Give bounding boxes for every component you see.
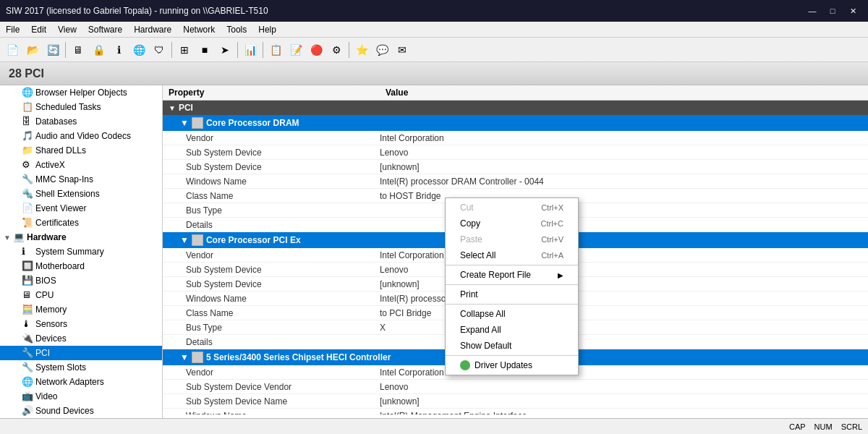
pci-icon: 🔧 bbox=[22, 347, 33, 359]
tb-doc2[interactable]: 📝 bbox=[286, 41, 305, 59]
cpu-icon: 🖥 bbox=[22, 289, 33, 301]
ctx-driver-updates[interactable]: Driver Updates bbox=[446, 357, 578, 373]
statusbar: CAP NUM SCRL bbox=[0, 418, 868, 434]
sidebar-item-shell-ext[interactable]: 🔩 Shell Extensions bbox=[0, 187, 162, 201]
sidebar-item-activex[interactable]: ⚙ ActiveX bbox=[0, 158, 162, 172]
bios-icon: 💾 bbox=[22, 275, 33, 286]
status-scrl: SCRL bbox=[841, 422, 862, 431]
sound-icon: 🔊 bbox=[22, 405, 33, 417]
tb-arrow[interactable]: ➤ bbox=[216, 41, 234, 59]
prop-sub-name3: Sub System Device Name bbox=[186, 396, 380, 407]
sidebar-item-memory[interactable]: 🧮 Memory bbox=[0, 302, 162, 317]
sidebar-item-scheduled-tasks[interactable]: 📋 Scheduled Tasks bbox=[0, 100, 162, 114]
prop-bus: Bus Type bbox=[186, 205, 380, 216]
tb-report[interactable]: 📊 bbox=[241, 41, 260, 59]
menu-edit[interactable]: Edit bbox=[25, 23, 52, 36]
task-icon: 📋 bbox=[22, 101, 33, 113]
tb-lock[interactable]: 🔒 bbox=[89, 41, 108, 59]
ctx-collapse-all[interactable]: Collapse All bbox=[446, 306, 578, 322]
maximize-button[interactable]: □ bbox=[823, 4, 842, 18]
ctx-select-all-shortcut: Ctrl+A bbox=[541, 251, 563, 260]
sidebar-item-bios[interactable]: 💾 BIOS bbox=[0, 273, 162, 288]
expand-icon bbox=[12, 161, 20, 169]
sidebar-item-devices[interactable]: 🔌 Devices bbox=[0, 331, 162, 346]
tb-star[interactable]: ⭐ bbox=[352, 41, 371, 59]
sidebar-item-pci[interactable]: 🔧 PCI bbox=[0, 346, 162, 360]
tb-doc4[interactable]: ⚙ bbox=[327, 41, 346, 59]
tb-web[interactable]: 🌐 bbox=[129, 41, 148, 59]
menu-network[interactable]: Network bbox=[177, 23, 221, 36]
ctx-sep3 bbox=[446, 304, 578, 305]
menu-tools[interactable]: Tools bbox=[221, 23, 252, 36]
sidebar-item-mmc[interactable]: 🔧 MMC Snap-Ins bbox=[0, 172, 162, 187]
ctx-show-default[interactable]: Show Default bbox=[446, 338, 578, 354]
sidebar-item-event-viewer[interactable]: 📄 Event Viewer bbox=[0, 201, 162, 216]
sidebar-label: ActiveX bbox=[35, 160, 65, 170]
tb-refresh[interactable]: 🔄 bbox=[43, 41, 62, 59]
tb-open[interactable]: 📂 bbox=[23, 41, 42, 59]
sidebar-item-system-slots[interactable]: 🔧 System Slots bbox=[0, 360, 162, 375]
sidebar-item-browser-helper[interactable]: 🌐 Browser Helper Objects bbox=[0, 85, 162, 100]
menu-file[interactable]: File bbox=[0, 23, 25, 36]
prop-details2: Details bbox=[186, 337, 380, 347]
tb-grid[interactable]: ⊞ bbox=[175, 41, 194, 59]
ctx-paste[interactable]: Paste Ctrl+V bbox=[446, 231, 578, 247]
ctx-select-all[interactable]: Select All Ctrl+A bbox=[446, 247, 578, 263]
ctx-sep1 bbox=[446, 265, 578, 265]
tb-software[interactable]: 🖥 bbox=[69, 41, 88, 59]
tb-new[interactable]: 📄 bbox=[3, 41, 22, 59]
ctx-expand-all[interactable]: Expand All bbox=[446, 322, 578, 338]
sidebar-item-hardware[interactable]: ▼ 💻 Hardware bbox=[0, 230, 162, 244]
ctx-driver-updates-label: Driver Updates bbox=[475, 360, 532, 370]
sidebar-item-shared-dlls[interactable]: 📁 Shared DLLs bbox=[0, 143, 162, 158]
tb-mail[interactable]: ✉ bbox=[393, 41, 412, 59]
menu-view[interactable]: View bbox=[52, 23, 82, 36]
sidebar-item-databases[interactable]: 🗄 Databases bbox=[0, 114, 162, 129]
subgroup-dram[interactable]: ▼ Core Processor DRAM bbox=[163, 115, 868, 131]
menu-hardware[interactable]: Hardware bbox=[128, 23, 177, 36]
sidebar-item-audio-video[interactable]: 🎵 Audio and Video Codecs bbox=[0, 129, 162, 143]
sidebar-item-sound[interactable]: 🔊 Sound Devices bbox=[0, 404, 162, 418]
sidebar-label: Video bbox=[35, 391, 57, 401]
tb-chat[interactable]: 💬 bbox=[373, 41, 391, 59]
expand-icon bbox=[12, 392, 20, 401]
tb-sep2 bbox=[171, 42, 172, 58]
ctx-copy[interactable]: Copy Ctrl+C bbox=[446, 216, 578, 231]
tb-doc3[interactable]: 🔴 bbox=[307, 41, 326, 59]
tb-info[interactable]: ℹ bbox=[109, 41, 128, 59]
tb-doc1[interactable]: 📋 bbox=[266, 41, 285, 59]
sidebar-item-cpu[interactable]: 🖥 CPU bbox=[0, 288, 162, 302]
expand-icon3: ▼ bbox=[180, 235, 189, 245]
ctx-select-all-label: Select All bbox=[460, 250, 495, 260]
content-pane: Property Value ▼ PCI ▼ Core Processor DR… bbox=[163, 85, 868, 418]
close-button[interactable]: ✕ bbox=[843, 4, 862, 18]
ctx-cut[interactable]: Cut Ctrl+X bbox=[446, 200, 578, 216]
sidebar-item-sensors[interactable]: 🌡 Sensors bbox=[0, 317, 162, 331]
expand-icon bbox=[12, 117, 20, 126]
tb-square[interactable]: ■ bbox=[195, 41, 214, 59]
group-pci[interactable]: ▼ PCI bbox=[163, 101, 868, 115]
minimize-button[interactable]: — bbox=[803, 4, 822, 18]
ctx-print[interactable]: Print bbox=[446, 286, 578, 302]
menu-software[interactable]: Software bbox=[82, 23, 128, 36]
menu-help[interactable]: Help bbox=[252, 23, 282, 36]
sidebar-label: System Slots bbox=[35, 362, 86, 373]
av-icon: 🎵 bbox=[22, 130, 33, 142]
sidebar-item-certificates[interactable]: 📜 Certificates bbox=[0, 216, 162, 230]
ctx-paste-label: Paste bbox=[460, 234, 482, 244]
table-row: Windows Name Intel(R) Management Engine … bbox=[163, 409, 868, 414]
tb-shield[interactable]: 🛡 bbox=[150, 41, 169, 59]
sidebar-item-motherboard[interactable]: 🔲 Motherboard bbox=[0, 259, 162, 273]
page-title: 28 PCI bbox=[9, 67, 44, 80]
ctx-print-label: Print bbox=[460, 289, 478, 299]
sidebar-item-video[interactable]: 📺 Video bbox=[0, 389, 162, 404]
sidebar-label: Sensors bbox=[35, 319, 67, 329]
subgroup-label: Core Processor DRAM bbox=[206, 118, 299, 128]
activex-icon: ⚙ bbox=[22, 159, 33, 171]
hw-icon: 💻 bbox=[13, 231, 25, 243]
expand-icon bbox=[12, 132, 20, 140]
ctx-create-report-label: Create Report File bbox=[460, 270, 531, 280]
sidebar-item-system-summary[interactable]: ℹ System Summary bbox=[0, 244, 162, 259]
sidebar-item-network[interactable]: 🌐 Network Adapters bbox=[0, 375, 162, 389]
ctx-create-report[interactable]: Create Report File ▶ bbox=[446, 267, 578, 283]
